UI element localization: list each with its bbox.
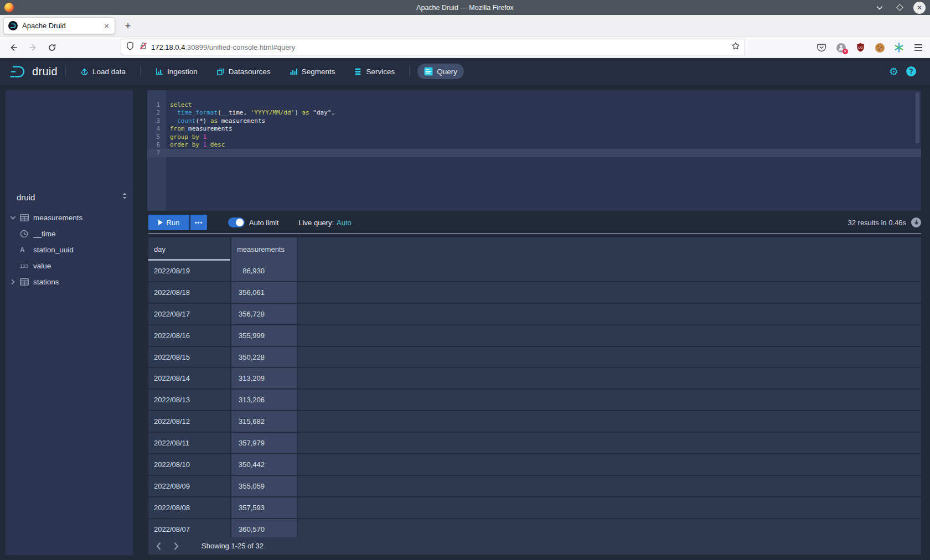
load-data-icon <box>80 68 89 76</box>
column-header-measurements[interactable]: measurements <box>231 237 298 261</box>
nav-item-query[interactable]: Query <box>417 64 464 79</box>
cell-filler <box>298 368 921 388</box>
run-button[interactable]: Run <box>148 215 189 230</box>
cell-filler <box>298 347 921 367</box>
auto-limit-toggle[interactable] <box>228 217 245 227</box>
svg-text:UO: UO <box>858 46 863 49</box>
live-query-value[interactable]: Auto <box>337 219 352 227</box>
header-divider <box>65 65 66 77</box>
chevron-down-icon[interactable] <box>10 215 20 221</box>
cell-day[interactable]: 2022/08/18 <box>148 282 231 303</box>
auto-limit-label[interactable]: Auto limit <box>249 219 278 227</box>
shield-icon[interactable] <box>126 42 135 53</box>
download-results-icon[interactable] <box>911 217 921 227</box>
cell-day[interactable]: 2022/08/12 <box>148 411 231 432</box>
insecure-lock-icon[interactable] <box>139 42 148 53</box>
cell-measurements[interactable]: 360,570 <box>231 519 298 537</box>
nav-label: Services <box>366 68 395 76</box>
pocket-icon[interactable] <box>815 42 828 54</box>
header-divider <box>409 65 410 77</box>
editor-code: select time_format(__time, 'YYYY/MM/dd')… <box>170 101 910 157</box>
extension-disabled-badge: ✕ <box>843 49 848 54</box>
cell-measurements[interactable]: 86,930 <box>231 261 298 281</box>
schema-selector[interactable]: druid <box>17 190 127 204</box>
cell-day[interactable]: 2022/08/11 <box>148 433 231 453</box>
tree-item-measurements[interactable]: measurements <box>6 210 133 226</box>
cell-measurements[interactable]: 356,061 <box>231 282 298 303</box>
column-header-day[interactable]: day <box>148 237 231 261</box>
cell-measurements[interactable]: 355,999 <box>231 325 298 346</box>
cell-measurements[interactable]: 315,682 <box>231 411 298 432</box>
cookie-icon[interactable] <box>874 42 886 54</box>
cell-day[interactable]: 2022/08/09 <box>148 476 231 496</box>
cell-measurements[interactable]: 313,209 <box>231 368 298 388</box>
table-row: 2022/08/11357,979 <box>148 433 921 454</box>
gear-icon[interactable]: ⚙ <box>889 66 898 77</box>
table-icon <box>20 214 33 221</box>
menu-icon[interactable] <box>912 42 924 54</box>
query-editor[interactable]: 1234567 select time_format(__time, 'YYYY… <box>147 90 921 211</box>
cell-day[interactable]: 2022/08/10 <box>148 454 231 475</box>
new-tab-button[interactable]: + <box>121 19 135 33</box>
nav-item-ingestion[interactable]: Ingestion <box>148 64 204 79</box>
cell-day[interactable]: 2022/08/19 <box>148 261 231 281</box>
nav-label: Query <box>437 68 457 76</box>
code-line: count(*) as measurements <box>170 117 910 125</box>
chevron-right-icon[interactable] <box>10 279 20 285</box>
number-icon: 123 <box>20 263 33 269</box>
tree-item-station-uuid[interactable]: Astation_uuid <box>6 242 133 258</box>
results-info-text: 32 results in 0.46s <box>848 219 906 227</box>
cell-measurements[interactable]: 356,728 <box>231 304 298 324</box>
extension-icon[interactable]: ✕ <box>835 42 847 54</box>
nav-item-load-data[interactable]: Load data <box>74 64 132 79</box>
bookmark-star-icon[interactable] <box>731 42 740 53</box>
cell-measurements[interactable]: 357,593 <box>231 497 298 518</box>
tab-close-icon[interactable]: × <box>103 21 110 30</box>
cell-day[interactable]: 2022/08/08 <box>148 497 231 518</box>
cell-filler <box>298 304 921 324</box>
live-query-label: Live query: <box>298 219 334 227</box>
cell-day[interactable]: 2022/08/16 <box>148 325 231 346</box>
nav-item-services[interactable]: Services <box>347 64 401 79</box>
previous-page-icon[interactable] <box>151 538 166 554</box>
schema-sidebar: druid measurements__timeAstation_uuid123… <box>6 90 133 555</box>
tree-item--time[interactable]: __time <box>6 226 133 242</box>
nav-item-segments[interactable]: Segments <box>283 64 342 79</box>
run-more-button[interactable]: ••• <box>190 215 207 230</box>
cell-measurements[interactable]: 357,979 <box>231 433 298 453</box>
forward-icon[interactable] <box>25 40 41 55</box>
next-page-icon[interactable] <box>168 538 184 554</box>
asterisk-extension-icon[interactable] <box>893 42 905 54</box>
reload-icon[interactable] <box>44 40 60 55</box>
cell-measurements[interactable]: 350,228 <box>231 347 298 367</box>
browser-toolbar: 172.18.0.4:30899/unified-console.html#qu… <box>0 37 930 58</box>
cell-day[interactable]: 2022/08/17 <box>148 304 231 324</box>
code-line <box>170 149 910 157</box>
header-divider <box>140 65 141 77</box>
cell-measurements[interactable]: 350,442 <box>231 454 298 475</box>
help-icon[interactable]: ? <box>906 66 916 76</box>
double-caret-sort-icon[interactable] <box>122 192 127 202</box>
druid-logo[interactable]: druid <box>9 64 58 79</box>
window-minimize-icon[interactable] <box>874 2 886 14</box>
cell-day[interactable]: 2022/08/13 <box>148 390 231 410</box>
nav-item-datasources[interactable]: Datasources <box>210 64 277 79</box>
editor-scrollbar[interactable] <box>916 92 919 143</box>
tree-item-label: value <box>33 262 51 270</box>
back-icon[interactable] <box>6 40 21 55</box>
tree-item-value[interactable]: 123value <box>6 258 133 274</box>
window-close-icon[interactable]: ✕ <box>913 2 926 14</box>
window-maximize-icon[interactable] <box>893 2 906 14</box>
url-bar[interactable]: 172.18.0.4:30899/unified-console.html#qu… <box>121 39 745 55</box>
cell-measurements[interactable]: 313,206 <box>231 390 298 410</box>
cell-day[interactable]: 2022/08/07 <box>148 519 231 537</box>
browser-tab[interactable]: Apache Druid × <box>3 17 115 34</box>
cell-measurements[interactable]: 355,059 <box>231 476 298 496</box>
ublock-icon[interactable]: UO <box>854 42 866 54</box>
druid-favicon <box>8 21 18 30</box>
druid-header: druid Load data IngestionDatasourcesSegm… <box>0 58 930 85</box>
cell-day[interactable]: 2022/08/15 <box>148 347 231 367</box>
schema-name: druid <box>17 193 122 202</box>
cell-day[interactable]: 2022/08/14 <box>148 368 231 388</box>
tree-item-stations[interactable]: stations <box>6 274 133 290</box>
